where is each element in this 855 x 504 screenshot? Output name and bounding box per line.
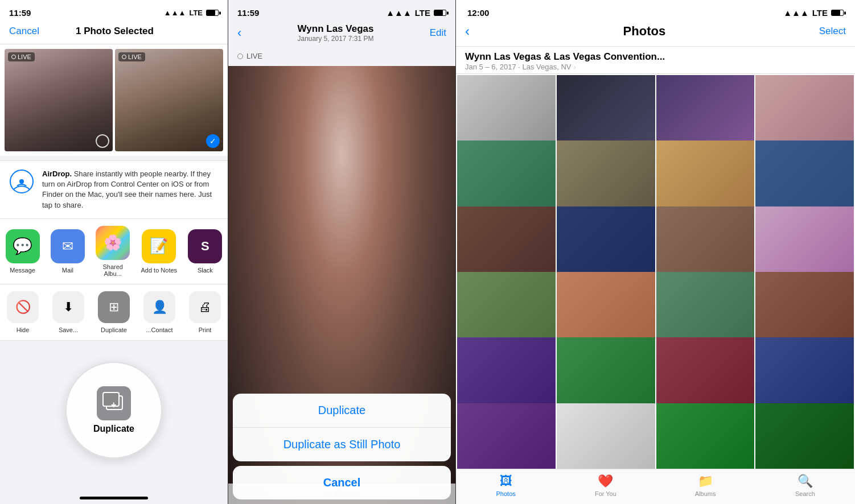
mail-label: Mail: [62, 267, 73, 274]
tab-photos[interactable]: 🖼 Photos: [456, 474, 556, 497]
edit-button-2[interactable]: Edit: [430, 27, 446, 39]
live-badge-2: LIVE: [118, 52, 145, 61]
screen-2: 11:59 ▲▲▲ LTE ‹ Wynn Las Vegas January 5…: [228, 0, 456, 504]
battery-icon-1: [206, 10, 219, 16]
photo-grid: 0:09 0:19: [456, 74, 855, 469]
photo-2-img: [115, 49, 223, 151]
home-indicator-1: [80, 497, 148, 499]
print-icon: 🖨: [189, 291, 221, 323]
cell-bg-22: [557, 403, 655, 469]
duplicate-highlight: + Duplicate: [65, 362, 162, 458]
select-button-3[interactable]: Select: [819, 26, 846, 37]
back-button-2[interactable]: ‹: [237, 26, 241, 40]
status-icons-1: ▲▲▲ LTE: [164, 9, 219, 17]
airdrop-icon: [9, 169, 34, 194]
airdrop-section: AirDrop. Share instantly with people nea…: [0, 160, 228, 219]
photos-tab-label: Photos: [496, 490, 516, 497]
grid-cell-22[interactable]: [557, 403, 655, 469]
share-app-slack[interactable]: S Slack: [188, 229, 222, 274]
share-app-message[interactable]: 💬 Message: [6, 229, 40, 274]
chevron-icon: ›: [573, 63, 576, 71]
live-section-2: LIVE: [228, 48, 455, 66]
message-label: Message: [10, 267, 35, 274]
status-icons-2: ▲▲▲ LTE: [386, 8, 446, 18]
battery-fill-1: [207, 10, 215, 15]
tab-bar-3: 🖼 Photos ❤️ For You 📁 Albums 🔍 Search: [456, 469, 855, 504]
contact-label: ...Contact: [146, 327, 172, 333]
battery-2: [434, 10, 446, 16]
album-title: Wynn Las Vegas & Las Vegas Convention...: [465, 51, 846, 63]
share-app-mail[interactable]: ✉ Mail: [51, 229, 85, 274]
live-dot-s2: [237, 53, 243, 59]
grid-cell-24[interactable]: 1:53: [755, 403, 854, 469]
select-circle-1: [96, 134, 109, 148]
photos-tab-icon: 🖼: [500, 474, 512, 489]
photos-icon: 🌸: [96, 226, 130, 260]
duplicate-action[interactable]: ⊞ Duplicate: [98, 291, 130, 333]
grid-cell-23[interactable]: [656, 403, 755, 469]
live-dot-1: [11, 55, 16, 59]
slack-label: Slack: [198, 267, 213, 274]
cancel-action-button[interactable]: Cancel: [233, 466, 451, 499]
notes-label: Add to Notes: [141, 267, 177, 274]
grid-cell-21[interactable]: 0:38: [457, 403, 556, 469]
share-app-notes[interactable]: 📝 Add to Notes: [141, 229, 177, 274]
album-subtitle: Jan 5 – 6, 2017 · Las Vegas, NV ›: [465, 63, 846, 71]
duplicate-small-icon: ⊞: [98, 291, 130, 323]
photo-1[interactable]: LIVE: [5, 49, 113, 151]
battery-fill-2: [434, 10, 443, 15]
share-app-photos[interactable]: 🌸 Shared Albu...: [96, 226, 130, 277]
time-2: 11:59: [237, 8, 259, 18]
nav-bar-2: ‹ Wynn Las Vegas January 5, 2017 7:31 PM…: [228, 21, 455, 48]
photos-shared-label: Shared Albu...: [102, 263, 122, 277]
battery-fill-3: [832, 10, 840, 15]
signal-text-1: ▲▲▲: [164, 9, 186, 17]
print-label: Print: [199, 327, 212, 333]
time-1: 11:59: [9, 8, 31, 18]
duplicate-small-label: Duplicate: [101, 327, 127, 333]
photos-row: LIVE LIVE ✓: [0, 44, 228, 156]
svg-point-1: [19, 179, 24, 184]
slack-icon: S: [188, 229, 222, 263]
for-you-tab-icon: ❤️: [598, 474, 613, 489]
albums-tab-label: Albums: [695, 490, 716, 497]
cell-bg-21: [457, 403, 556, 469]
tab-albums[interactable]: 📁 Albums: [656, 474, 755, 497]
for-you-tab-label: For You: [595, 490, 616, 497]
print-action[interactable]: 🖨 Print: [189, 291, 221, 333]
share-apps-row: 💬 Message ✉ Mail 🌸 Shared Albu... 📝 Add …: [0, 219, 228, 284]
status-icons-3: ▲▲▲ LTE: [783, 8, 844, 18]
photo-selected-title: 1 Photo Selected: [76, 26, 154, 37]
action-sheet: Duplicate Duplicate as Still Photo Cance…: [228, 394, 455, 504]
nav-bar-3: ‹ Photos Select: [456, 21, 855, 47]
duplicate-still-button[interactable]: Duplicate as Still Photo: [233, 428, 451, 461]
checkmark-badge: ✓: [206, 134, 220, 148]
battery-3: [831, 10, 844, 16]
album-dates: Jan 5 – 6, 2017 · Las Vegas, NV: [465, 63, 571, 71]
lte-3: LTE: [812, 8, 828, 18]
hide-label: Hide: [17, 327, 30, 333]
duplicate-big-label: Duplicate: [93, 424, 134, 434]
photo-1-img: [5, 49, 113, 151]
cancel-button[interactable]: Cancel: [9, 26, 39, 37]
contact-action[interactable]: 👤 ...Contact: [143, 291, 175, 333]
airdrop-text: AirDrop. Share instantly with people nea…: [42, 169, 219, 210]
save-action[interactable]: ⬇ Save...: [52, 291, 84, 333]
live-badge-1: LIVE: [8, 52, 35, 61]
back-button-3[interactable]: ‹: [465, 23, 470, 39]
tab-search[interactable]: 🔍 Search: [755, 474, 855, 497]
notes-icon: 📝: [142, 229, 176, 263]
save-icon: ⬇: [52, 291, 84, 323]
action-sheet-container: Duplicate Duplicate as Still Photo Cance…: [233, 394, 451, 499]
hide-icon: 🚫: [7, 291, 39, 323]
cell-bg-24: [755, 403, 854, 469]
album-header: Wynn Las Vegas & Las Vegas Convention...…: [456, 47, 855, 74]
duplicate-button[interactable]: Duplicate: [233, 394, 451, 428]
albums-tab-icon: 📁: [698, 474, 713, 489]
screen-1: 11:59 ▲▲▲ LTE Cancel 1 Photo Selected LI…: [0, 0, 228, 504]
photo-2[interactable]: LIVE ✓: [115, 49, 223, 151]
save-label: Save...: [59, 327, 78, 333]
hide-action[interactable]: 🚫 Hide: [7, 291, 39, 333]
tab-for-you[interactable]: ❤️ For You: [556, 474, 655, 497]
nav-bar-1: Cancel 1 Photo Selected: [0, 21, 228, 44]
